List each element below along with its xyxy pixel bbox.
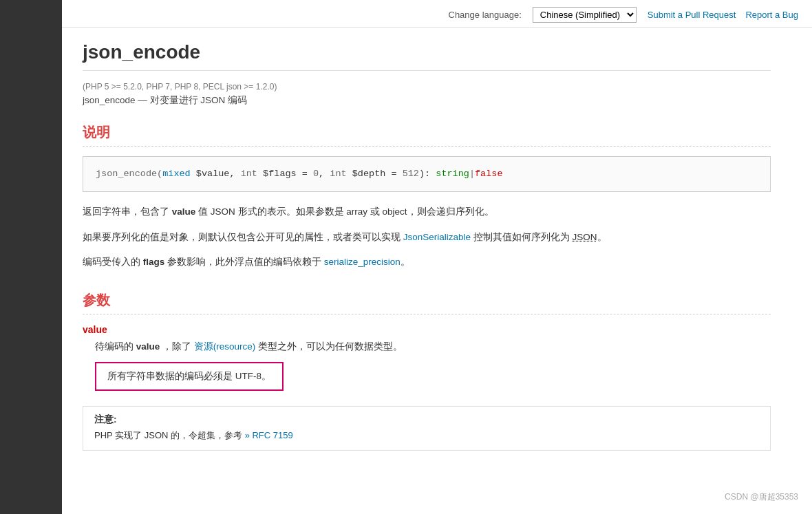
return-sep: | <box>469 169 475 179</box>
func-name: json_encode( <box>96 169 162 179</box>
top-links: Submit a Pull Request Report a Bug <box>648 10 798 20</box>
serialize-precision-link[interactable]: serialize_precision <box>324 257 400 267</box>
version-info: (PHP 5 >= 5.2.0, PHP 7, PHP 8, PECL json… <box>83 82 771 92</box>
return-type: string <box>436 169 469 179</box>
param2-type: int <box>241 169 257 179</box>
language-select[interactable]: Chinese (Simplified)EnglishJapaneseKorea… <box>533 7 637 23</box>
rfc-link[interactable]: » RFC 7159 <box>245 430 293 440</box>
param-value-name: value <box>83 324 771 335</box>
param2-name: $flags <box>263 169 297 179</box>
param1-type-link[interactable]: mixed <box>162 169 191 179</box>
doc-area: json_encode (PHP 5 >= 5.2.0, PHP 7, PHP … <box>62 28 791 471</box>
page-title: json_encode <box>83 41 771 71</box>
report-bug-link[interactable]: Report a Bug <box>745 10 798 20</box>
code-signature: json_encode(mixed $value, int $flags = 0… <box>83 156 771 192</box>
param3-name: $depth <box>352 169 386 179</box>
param-value-desc: 待编码的 value ，除了 资源(resource) 类型之外，可以为任何数据… <box>95 339 771 355</box>
main-content: Change language: Chinese (Simplified)Eng… <box>62 0 812 514</box>
resource-link[interactable]: 资源(resource) <box>194 341 256 352</box>
page-subtitle: json_encode — 对变量进行 JSON 编码 <box>83 94 771 107</box>
utf8-note-box: 所有字符串数据的编码必须是 UTF-8。 <box>95 362 284 391</box>
change-language-label: Change language: <box>449 10 522 20</box>
note-para: PHP 实现了 JSON 的，令超集，参考 » RFC 7159 <box>94 429 759 443</box>
section-description-heading: 说明 <box>83 123 771 147</box>
section-params-heading: 参数 <box>83 291 771 314</box>
note-box: 注意: PHP 实现了 JSON 的，令超集，参考 » RFC 7159 <box>83 406 771 451</box>
desc-para-3: 编码受传入的 flags 参数影响，此外浮点值的编码依赖于 serialize_… <box>83 255 771 270</box>
param1-name: $value <box>191 169 230 179</box>
desc-para-1: 返回字符串，包含了 value 值 JSON 形式的表示。如果参数是 array… <box>83 204 771 220</box>
note-title: 注意: <box>94 414 759 426</box>
submit-pull-request-link[interactable]: Submit a Pull Request <box>648 10 736 20</box>
param2-default: 0 <box>313 169 319 179</box>
top-bar: Change language: Chinese (Simplified)Eng… <box>62 0 812 28</box>
param3-type: int <box>330 169 346 179</box>
desc-para-2: 如果要序列化的值是对象，则默认仅包含公开可见的属性，或者类可以实现 JsonSe… <box>83 230 771 246</box>
param3-default: 512 <box>403 169 419 179</box>
return-false: false <box>475 169 503 179</box>
sidebar <box>0 0 62 514</box>
csdn-badge: CSDN @唐超35353 <box>725 491 798 503</box>
json-serializable-link[interactable]: JsonSerializable <box>403 232 471 242</box>
utf8-note-text: 所有字符串数据的编码必须是 UTF-8。 <box>107 371 271 381</box>
